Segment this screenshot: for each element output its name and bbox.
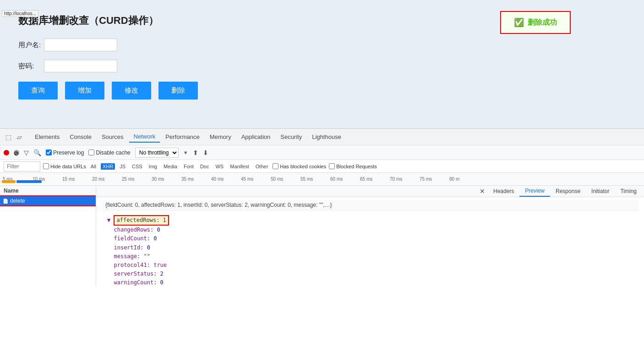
devtools-toolbar: ⊘ ▽ 🔍 Preserve log Disable cache No thro… (0, 145, 644, 160)
devtools-main: Name 📄 delete http://localhos... ✕ Heade… (0, 186, 644, 287)
timeline-80ms: 80 m (448, 177, 478, 182)
filter-xhr[interactable]: XHR (101, 163, 115, 170)
throttle-arrow: ▼ (183, 150, 188, 155)
add-button[interactable]: 增加 (65, 82, 104, 100)
tab-application[interactable]: Application (237, 132, 275, 142)
delete-item[interactable]: 📄 delete (0, 196, 96, 205)
filter-font[interactable]: Font (182, 163, 196, 170)
blocked-requests-label[interactable]: Blocked Requests (329, 163, 377, 169)
filter-css[interactable]: CSS (130, 163, 144, 170)
preserve-log-label[interactable]: Preserve log (46, 149, 84, 156)
json-val-protocol41: true (153, 262, 167, 268)
timeline-progress (2, 180, 42, 184)
edit-button[interactable]: 修改 (112, 82, 151, 100)
timeline-50ms: 50 ms (270, 177, 300, 182)
json-row-affectedrows: ▼ affectedRows: 1 (107, 215, 633, 226)
detail-tab-initiator[interactable]: Initiator (586, 186, 615, 197)
export-icon[interactable]: ⬇ (203, 149, 208, 156)
tab-network[interactable]: Network (129, 131, 160, 143)
tab-elements[interactable]: Elements (30, 132, 64, 142)
delete-item-label: delete (10, 198, 93, 204)
json-row-message: message: "" (107, 252, 633, 261)
preview-summary: {fieldCount: 0, affectedRows: 1, insertI… (102, 200, 639, 210)
filter-all[interactable]: All (89, 163, 98, 170)
stop-icon: ⊘ (14, 150, 19, 155)
import-icon[interactable]: ⬆ (193, 149, 198, 156)
detail-tab-response[interactable]: Response (550, 186, 586, 197)
delete-button[interactable]: 删除 (158, 82, 198, 100)
json-val-fieldcount: 0 (153, 235, 157, 242)
timeline-labels: 5 ms 10 ms 15 ms 20 ms 25 ms 30 ms 35 ms… (2, 177, 478, 182)
username-input[interactable] (44, 39, 117, 51)
json-row-warningcount: warningCount: 0 (107, 278, 633, 287)
disable-cache-text: Disable cache (96, 149, 130, 156)
blocked-requests-checkbox[interactable] (329, 163, 335, 169)
success-message: 删除成功 (528, 18, 557, 28)
has-blocked-cookies-label[interactable]: Has blocked cookies (273, 163, 326, 169)
disable-cache-label[interactable]: Disable cache (88, 149, 130, 156)
inspect-icon[interactable]: ⬚ (4, 133, 13, 142)
json-val-warningcount: 0 (160, 279, 164, 286)
filter-img[interactable]: Img (147, 163, 159, 170)
hide-data-urls-label[interactable]: Hide data URLs (43, 163, 86, 169)
device-icon[interactable]: ▱ (15, 133, 24, 142)
password-input[interactable] (44, 60, 117, 72)
password-row: 密码: (18, 60, 626, 72)
hide-data-urls-checkbox[interactable] (43, 163, 49, 169)
name-header: Name (0, 186, 96, 196)
username-label: 用户名: (18, 41, 41, 50)
timeline-35ms: 35 ms (180, 177, 210, 182)
success-icon: ✅ (514, 17, 524, 28)
json-val-changedrows: 0 (157, 227, 160, 233)
disable-cache-checkbox[interactable] (88, 149, 94, 155)
json-key-affectedrows: ▼ (107, 217, 114, 223)
filter-ws[interactable]: WS (213, 163, 225, 170)
file-icon: 📄 (3, 199, 8, 204)
tab-performance[interactable]: Performance (161, 132, 204, 142)
devtools-tab-bar: ⬚ ▱ Elements Console Sources Network Per… (0, 129, 644, 145)
throttle-select[interactable]: No throttling (135, 148, 179, 158)
tab-console[interactable]: Console (65, 132, 96, 142)
filter-doc[interactable]: Doc (198, 163, 211, 170)
filter-other[interactable]: Other (254, 163, 270, 170)
detail-tabs: ✕ Headers Preview Response Initiator Tim… (96, 186, 644, 197)
preserve-log-checkbox[interactable] (46, 149, 52, 155)
record-icon (4, 150, 9, 155)
json-key-serverstatus: serverStatus: (114, 271, 157, 277)
json-key-warningcount: warningCount: (114, 279, 157, 286)
tab-memory[interactable]: Memory (205, 132, 236, 142)
timeline-30ms: 30 ms (151, 177, 180, 182)
detail-close-button[interactable]: ✕ (477, 186, 488, 197)
blocked-requests-text: Blocked Requests (336, 164, 377, 169)
query-button[interactable]: 查询 (18, 82, 58, 100)
search-icon[interactable]: 🔍 (33, 149, 41, 156)
detail-tab-preview[interactable]: Preview (519, 186, 550, 197)
password-label: 密码: (18, 62, 41, 71)
json-key-insertid: insertId: (114, 244, 143, 251)
json-row-serverstatus: serverStatus: 2 (107, 270, 633, 278)
detail-tab-headers[interactable]: Headers (488, 186, 519, 197)
timeline-40ms: 40 ms (210, 177, 240, 182)
progress-blue (16, 180, 42, 183)
tab-lighthouse[interactable]: Lighthouse (307, 132, 346, 142)
filter-input[interactable] (4, 161, 40, 171)
name-panel: Name 📄 delete http://localhos... (0, 186, 96, 287)
timeline-75ms: 75 ms (419, 177, 448, 182)
tab-sources[interactable]: Sources (97, 132, 128, 142)
timeline-60ms: 60 ms (329, 177, 359, 182)
has-blocked-cookies-checkbox[interactable] (273, 163, 278, 169)
filter-media[interactable]: Media (162, 163, 179, 170)
devtools-icons: ⬚ ▱ (4, 133, 24, 142)
username-row: 用户名: (18, 39, 626, 51)
json-row-fieldcount: fieldCount: 0 (107, 234, 633, 243)
affectedrows-highlight: affectedRows: 1 (114, 215, 169, 226)
preview-json: ▼ affectedRows: 1 changedRows: 0 fieldCo… (102, 213, 639, 287)
filter-row: Hide data URLs All XHR JS CSS Img Media … (0, 160, 644, 173)
timeline-15ms: 15 ms (61, 177, 91, 182)
filter-js[interactable]: JS (118, 163, 127, 170)
detail-tab-timing[interactable]: Timing (615, 186, 642, 197)
filter-manifest[interactable]: Manifest (228, 163, 251, 170)
tab-security[interactable]: Security (276, 132, 306, 142)
filter-icon[interactable]: ▽ (24, 149, 29, 156)
json-val-serverstatus: 2 (160, 271, 164, 277)
